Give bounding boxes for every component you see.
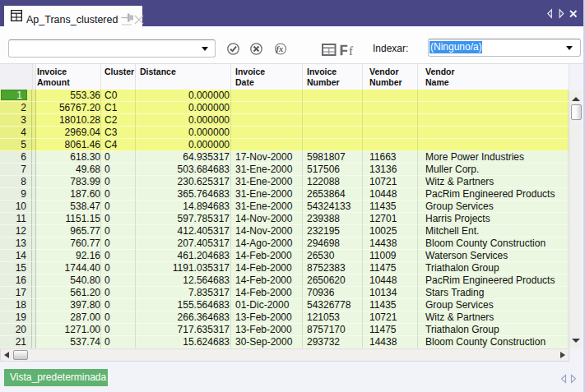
svg-text:fx: fx: [276, 44, 283, 53]
svg-text:F: F: [340, 44, 348, 56]
svg-text:f: f: [349, 44, 353, 56]
